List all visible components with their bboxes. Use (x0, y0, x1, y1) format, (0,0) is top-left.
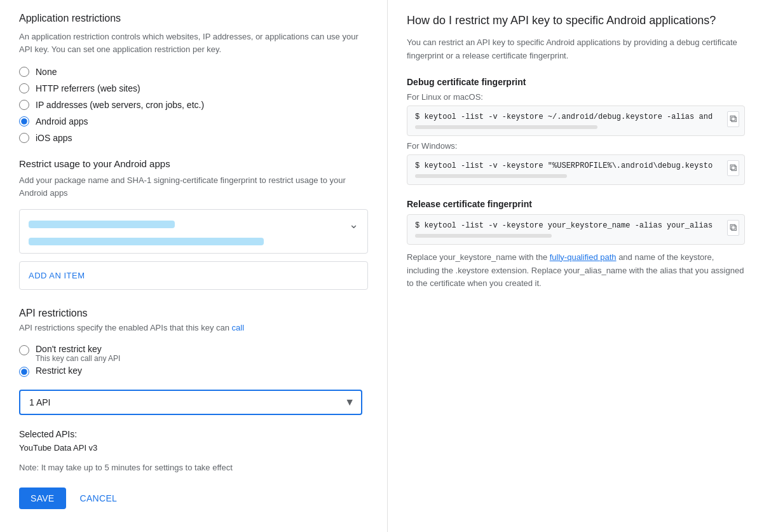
radio-android-label: Android apps (36, 116, 88, 126)
debug-cert-title: Debug certificate fingerprint (407, 77, 745, 87)
release-cert-section: Release certificate fingerprint $ keytoo… (407, 199, 745, 290)
blurred-package-name (29, 221, 175, 228)
api-restrictions-desc: API restrictions specify the enabled API… (19, 323, 368, 332)
release-code-scrollbar[interactable] (415, 234, 552, 238)
chevron-down-icon[interactable]: ⌄ (349, 217, 358, 231)
release-code-block: $ keytool -list -v -keystore your_keysto… (407, 214, 745, 245)
add-item-button[interactable]: ADD AN ITEM (29, 268, 85, 283)
radio-ios-label: iOS apps (36, 133, 72, 143)
restrict-label: Restrict key (36, 365, 82, 376)
radio-none[interactable]: None (19, 67, 368, 77)
cert-note-link[interactable]: fully-qualified path (550, 252, 617, 262)
radio-none-label: None (36, 67, 57, 77)
radio-http[interactable]: HTTP referrers (web sites) (19, 83, 368, 93)
windows-label: For Windows: (407, 141, 745, 151)
api-select-wrapper: 1 API ▼ (19, 390, 362, 415)
blurred-fingerprint (29, 238, 264, 245)
right-title: How do I restrict my API key to specific… (407, 13, 745, 29)
api-restrictions-section: API restrictions API restrictions specif… (19, 308, 368, 509)
linux-label: For Linux or macOS: (407, 92, 745, 102)
right-panel: How do I restrict my API key to specific… (388, 0, 764, 532)
api-desc-text: API restrictions specify the enabled API… (19, 323, 232, 332)
api-radio-dont-restrict[interactable]: Don't restrict key This key can call any… (19, 344, 368, 363)
release-code-text: $ keytool -list -v -keystore your_keysto… (415, 221, 719, 230)
left-panel: Application restrictions An application … (0, 0, 388, 532)
radio-ip-label: IP addresses (web servers, cron jobs, et… (36, 100, 204, 110)
cert-note-before: Replace your_keystore_name with the (407, 252, 550, 262)
android-app-row-1: ⌄ (29, 217, 358, 231)
api-restrictions-title: API restrictions (19, 308, 368, 319)
linux-copy-icon[interactable]: ⧉ (727, 111, 739, 127)
selected-apis-title: Selected APIs: (19, 429, 368, 439)
radio-ip[interactable]: IP addresses (web servers, cron jobs, et… (19, 100, 368, 110)
app-restrictions-title: Application restrictions (19, 13, 368, 24)
release-copy-icon[interactable]: ⧉ (727, 220, 739, 236)
windows-code-scrollbar[interactable] (415, 174, 567, 178)
linux-code-block: $ keytool -list -v -keystore ~/.android/… (407, 106, 745, 136)
radio-http-label: HTTP referrers (web sites) (36, 83, 140, 93)
api-select[interactable]: 1 API (19, 390, 362, 415)
action-buttons: SAVE CANCEL (19, 488, 368, 509)
dont-restrict-label: Don't restrict key (36, 344, 120, 354)
windows-copy-icon[interactable]: ⧉ (727, 160, 739, 176)
selected-api-item: YouTube Data API v3 (19, 443, 368, 453)
api-radio-group: Don't restrict key This key can call any… (19, 344, 368, 377)
linux-code-scrollbar[interactable] (415, 125, 597, 129)
app-restrictions-desc: An application restriction controls whic… (19, 31, 368, 55)
api-radio-restrict[interactable]: Restrict key (19, 365, 368, 377)
save-button[interactable]: SAVE (19, 488, 66, 509)
app-restriction-radio-group: None HTTP referrers (web sites) IP addre… (19, 67, 368, 143)
dont-restrict-sublabel: This key can call any API (36, 354, 120, 363)
android-subsection-desc: Add your package name and SHA-1 signing-… (19, 174, 368, 199)
cert-note: Replace your_keystore_name with the full… (407, 251, 745, 290)
debug-cert-section: Debug certificate fingerprint For Linux … (407, 77, 745, 185)
windows-code-block: $ keytool -list -v -keystore "%USERPROFI… (407, 154, 745, 185)
right-intro: You can restrict an API key to specific … (407, 36, 745, 63)
radio-ios[interactable]: iOS apps (19, 133, 368, 143)
add-item-row: ADD AN ITEM (19, 261, 368, 290)
linux-code-text: $ keytool -list -v -keystore ~/.android/… (415, 113, 719, 121)
note-text: Note: It may take up to 5 minutes for se… (19, 463, 368, 472)
api-desc-link[interactable]: call (232, 323, 245, 332)
android-apps-box: ⌄ (19, 209, 368, 254)
windows-code-text: $ keytool -list -v -keystore "%USERPROFI… (415, 161, 719, 170)
release-cert-title: Release certificate fingerprint (407, 199, 745, 209)
android-subsection-title: Restrict usage to your Android apps (19, 158, 368, 169)
cancel-button[interactable]: CANCEL (74, 488, 124, 509)
radio-android[interactable]: Android apps (19, 116, 368, 126)
